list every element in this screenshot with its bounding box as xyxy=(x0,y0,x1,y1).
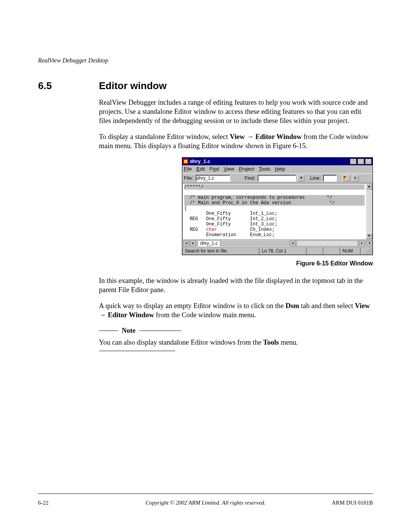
page-footer: 6-22 Copyright © 2002 ARM Limited. All r… xyxy=(38,500,373,506)
menu-file[interactable]: File xyxy=(184,166,192,173)
code-line: /* main program, corresponds to procedur… xyxy=(184,195,365,200)
horizontal-scrollbar[interactable]: ◂ ▸ xyxy=(221,240,365,246)
line-label: Line: xyxy=(310,175,320,182)
minimize-button[interactable]: _ xyxy=(350,158,357,165)
rule xyxy=(139,331,181,331)
note-label: Note xyxy=(122,326,135,335)
menu-ref-editor-window: Editor Window xyxy=(255,133,302,141)
menu-ref-tools: Tools xyxy=(263,339,279,346)
text: menu. xyxy=(279,339,298,346)
rule xyxy=(99,351,175,351)
menu-edit[interactable]: Edit xyxy=(196,166,205,173)
paragraph: In this example, the window is already l… xyxy=(99,276,373,294)
code-editor[interactable]: /*****/ /* main program, corresponds to … xyxy=(182,183,366,240)
section-title: Editor window xyxy=(99,80,167,92)
menu-project[interactable]: Project xyxy=(239,166,254,173)
figure-caption: Figure 6-15 Editor Window xyxy=(99,260,373,268)
tab-ref-dsm: Dsm xyxy=(285,302,299,310)
edit-icon[interactable] xyxy=(342,175,350,182)
status-blank-2 xyxy=(323,247,340,255)
line-field[interactable] xyxy=(323,175,337,182)
tab-next-button[interactable]: ▸ xyxy=(190,240,196,246)
app-icon xyxy=(183,159,188,164)
body-column: RealView Debugger includes a range of ed… xyxy=(99,98,373,351)
editor-code-area: /*****/ /* main program, corresponds to … xyxy=(182,183,373,240)
text: To display a standalone Editor window, s… xyxy=(99,133,230,141)
section-heading: 6.5 Editor window xyxy=(38,80,373,92)
close-button[interactable]: × xyxy=(365,158,372,165)
file-tab[interactable]: dhry_1.c xyxy=(198,240,220,246)
editor-titlebar[interactable]: dhry_1.c _ □ × xyxy=(182,158,373,165)
menu-tools[interactable]: Tools xyxy=(259,166,270,173)
code-line: /*****/ xyxy=(184,184,365,190)
text: from the Code window main menu. xyxy=(154,311,256,319)
status-position: Ln 78, Col 1 xyxy=(259,247,306,255)
editor-window: dhry_1.c _ □ × File Edit Find View Proje… xyxy=(182,157,373,255)
code-line: One_Fifty Int_3_Loc; xyxy=(184,222,277,227)
maximize-button[interactable]: □ xyxy=(357,158,364,165)
scroll-down-button[interactable]: ▼ xyxy=(366,233,372,239)
vertical-scrollbar[interactable]: ▲ ▼ xyxy=(366,183,373,240)
keyword-char: char xyxy=(206,227,217,232)
paragraph: RealView Debugger includes a range of ed… xyxy=(99,98,373,125)
resize-grip-icon[interactable] xyxy=(360,247,373,255)
section-number: 6.5 xyxy=(38,80,99,92)
editor-menubar: File Edit Find View Project Tools Help xyxy=(182,165,373,173)
menu-ref-view: View xyxy=(355,302,370,310)
note-body: You can also display standalone Editor w… xyxy=(99,338,373,347)
text: A quick way to display an empty Editor w… xyxy=(99,302,285,310)
footer-rule xyxy=(38,494,373,494)
scroll-left-button[interactable]: ◂ xyxy=(290,240,296,246)
menu-ref-editor-window: Editor Window xyxy=(108,311,154,319)
scroll-track[interactable] xyxy=(296,240,358,246)
rule xyxy=(99,331,118,331)
editor-tabbar: ◂ ▸ dhry_1.c ◂ ▸ ▾ xyxy=(182,240,373,247)
paragraph: A quick way to display an empty Editor w… xyxy=(99,301,373,320)
paragraph: To display a standalone Editor window, s… xyxy=(99,132,373,150)
file-field[interactable]: dhry_1.c xyxy=(196,175,230,182)
editor-toolbar: File: dhry_1.c Find: ▼ Line: ▾ xyxy=(182,173,373,183)
note-heading: Note xyxy=(99,326,373,335)
find-dropdown-button[interactable]: ▼ xyxy=(298,175,304,182)
menu-view[interactable]: View xyxy=(224,166,234,173)
status-blank-1 xyxy=(306,247,323,255)
text: → xyxy=(99,311,108,319)
copyright: Copyright © 2002 ARM Limited. All rights… xyxy=(38,500,373,506)
edit-dropdown-button[interactable]: ▾ xyxy=(352,175,359,182)
menu-ref-view: View xyxy=(230,133,245,141)
page: RealView Debugger Desktop 6.5 Editor win… xyxy=(0,0,411,532)
menu-find[interactable]: Find xyxy=(209,166,219,173)
find-field[interactable] xyxy=(258,175,296,182)
code-line: Enumeration Enum_Loc; xyxy=(184,232,275,238)
text: tab and then select xyxy=(299,302,355,310)
editor-title: dhry_1.c xyxy=(190,158,350,165)
figure: dhry_1.c _ □ × File Edit Find View Proje… xyxy=(99,157,373,255)
code-line: /* Main and Proc_0 in the Ada version */ xyxy=(184,200,365,206)
file-label: File: xyxy=(184,175,193,182)
text: You can also display standalone Editor w… xyxy=(99,339,263,346)
scroll-right-button[interactable]: ▸ xyxy=(359,240,365,246)
running-header: RealView Debugger Desktop xyxy=(38,57,373,64)
status-message: Search for text in file. xyxy=(182,247,259,255)
find-label: Find: xyxy=(245,175,256,182)
code-line: REG char Ch_Index; xyxy=(184,227,275,232)
text: → xyxy=(245,133,255,141)
scroll-up-button[interactable]: ▲ xyxy=(366,184,372,190)
tab-prev-button[interactable]: ◂ xyxy=(183,240,189,246)
menu-help[interactable]: Help xyxy=(275,166,285,173)
code-line: One_Fifty Int_1_Loc; xyxy=(184,211,277,216)
editor-statusbar: Search for text in file. Ln 78, Col 1 NU… xyxy=(182,247,373,255)
scroll-down-small-button[interactable]: ▾ xyxy=(366,240,373,246)
code-line: REG One_Fifty Int_2_Loc; xyxy=(184,216,277,222)
status-numlock: NUM xyxy=(340,247,360,255)
code-line: { xyxy=(184,206,187,211)
